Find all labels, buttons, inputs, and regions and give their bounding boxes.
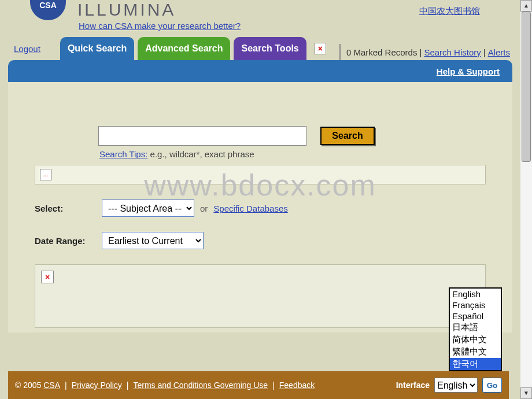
alerts-link[interactable]: Alerts bbox=[488, 47, 510, 57]
promo-link[interactable]: How can CSA make your research better? bbox=[79, 21, 241, 31]
terms-link[interactable]: Terms and Conditions Governing Use bbox=[133, 380, 268, 390]
main-panel: Search Search Tips: e.g., wildcar*, exac… bbox=[8, 82, 512, 332]
chinese-library-link[interactable]: 中国农大图书馆 bbox=[419, 6, 480, 17]
language-option[interactable]: 日本語 bbox=[450, 322, 501, 334]
language-option[interactable]: English bbox=[450, 289, 501, 300]
feedback-link[interactable]: Feedback bbox=[279, 380, 315, 390]
date-range-label: Date Range: bbox=[35, 236, 102, 246]
scrollbar-track[interactable] bbox=[520, 12, 532, 387]
results-placeholder-box: × bbox=[35, 264, 486, 328]
date-range-select[interactable]: Earliest to Current bbox=[102, 232, 204, 249]
scroll-down-button[interactable]: ▼ bbox=[520, 387, 532, 399]
help-support-link[interactable]: Help & Support bbox=[437, 66, 500, 76]
language-popup[interactable]: EnglishFrançaisEspañol日本語简体中文繁體中文한국어 bbox=[449, 287, 502, 371]
tab-advanced-search[interactable]: Advanced Search bbox=[138, 37, 230, 60]
scrollbar-thumb[interactable] bbox=[522, 12, 531, 162]
header-area: CSA ILLUMINA 中国农大图书馆 How can CSA make yo… bbox=[0, 0, 520, 60]
scroll-up-button[interactable]: ▲ bbox=[520, 0, 532, 12]
language-option[interactable]: 简体中文 bbox=[450, 334, 501, 346]
search-input[interactable] bbox=[98, 126, 306, 146]
select-label: Select: bbox=[35, 204, 102, 213]
footer: © 2005 CSA | Privacy Policy | Terms and … bbox=[8, 371, 509, 399]
search-tips-link[interactable]: Search Tips: bbox=[99, 149, 147, 159]
language-option[interactable]: Français bbox=[450, 300, 501, 311]
broken-image-icon: × bbox=[41, 271, 54, 283]
logout-link[interactable]: Logout bbox=[14, 44, 40, 54]
language-option[interactable]: 한국어 bbox=[450, 358, 501, 370]
specific-databases-link[interactable]: Specific Databases bbox=[213, 204, 287, 213]
language-option[interactable]: Español bbox=[450, 311, 501, 322]
search-tips-example: e.g., wildcar*, exact phrase bbox=[150, 149, 254, 159]
vertical-scrollbar[interactable]: ▲ ▼ bbox=[520, 0, 532, 399]
search-button[interactable]: Search bbox=[320, 127, 375, 145]
broken-image-icon: × bbox=[315, 43, 326, 54]
illumina-logo-text: ILLUMINA bbox=[77, 0, 176, 20]
search-history-link[interactable]: Search History bbox=[424, 47, 481, 57]
suggestion-bar: ... bbox=[35, 165, 486, 184]
interface-label: Interface bbox=[396, 380, 430, 390]
footer-csa-link[interactable]: CSA bbox=[43, 380, 60, 390]
help-bar: Help & Support bbox=[8, 60, 512, 82]
copyright-text: © 2005 bbox=[15, 380, 41, 390]
tab-quick-search[interactable]: Quick Search bbox=[60, 37, 134, 60]
tab-search-tools[interactable]: Search Tools bbox=[234, 37, 306, 60]
language-option[interactable]: 繁體中文 bbox=[450, 346, 501, 358]
subject-area-select[interactable]: --- Subject Area --- bbox=[102, 200, 194, 217]
marked-records-text: 0 Marked Records bbox=[346, 47, 418, 57]
privacy-policy-link[interactable]: Privacy Policy bbox=[72, 380, 122, 390]
nav-bar: Logout Quick Search Advanced Search Sear… bbox=[8, 37, 512, 60]
go-button[interactable]: Go bbox=[482, 378, 502, 393]
suggestion-icon: ... bbox=[40, 169, 51, 180]
interface-language-select[interactable]: English bbox=[434, 378, 478, 393]
or-text: or bbox=[200, 204, 208, 213]
csa-logo-badge: CSA bbox=[30, 0, 66, 20]
